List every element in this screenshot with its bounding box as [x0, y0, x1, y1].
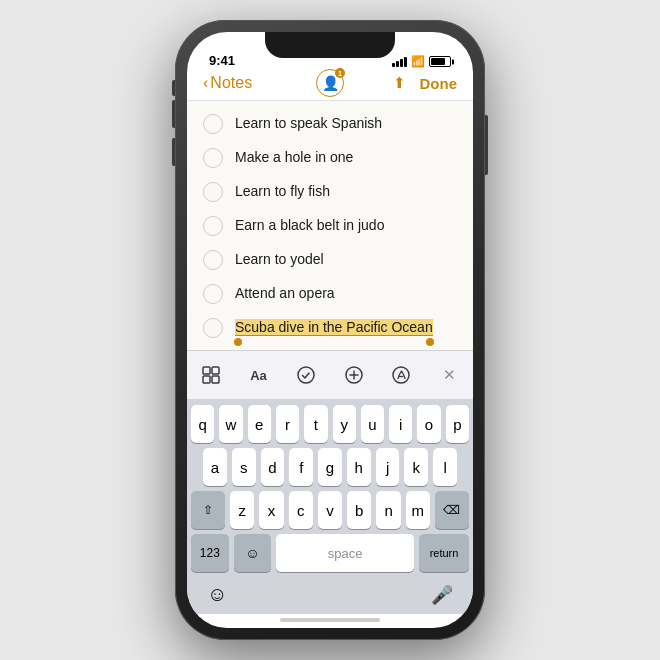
list-item[interactable]: Scuba dive in the Pacific Ocean	[187, 311, 473, 345]
key-k[interactable]: k	[404, 448, 428, 486]
key-b[interactable]: b	[347, 491, 371, 529]
phone-screen: 9:41 📶 ‹ Notes	[187, 32, 473, 628]
space-key[interactable]: space	[276, 534, 414, 572]
key-v[interactable]: v	[318, 491, 342, 529]
keyboard-row-1: q w e r t y u i o p	[191, 405, 469, 443]
note-checkbox[interactable]	[203, 182, 223, 202]
key-f[interactable]: f	[289, 448, 313, 486]
mic-icon[interactable]: 🎤	[431, 584, 453, 606]
markup-button[interactable]	[383, 361, 419, 389]
svg-point-8	[393, 367, 409, 383]
key-i[interactable]: i	[389, 405, 412, 443]
key-l[interactable]: l	[433, 448, 457, 486]
note-text: Learn to speak Spanish	[235, 114, 382, 134]
note-text: Scuba dive in the Pacific Ocean	[235, 319, 433, 336]
chevron-left-icon: ‹	[203, 75, 208, 91]
signal-icon	[392, 57, 407, 67]
font-button[interactable]: Aa	[240, 361, 276, 389]
key-d[interactable]: d	[261, 448, 285, 486]
key-r[interactable]: r	[276, 405, 299, 443]
add-button[interactable]	[336, 361, 372, 389]
svg-point-4	[298, 367, 314, 383]
key-m[interactable]: m	[406, 491, 430, 529]
volume-down-button[interactable]	[172, 138, 175, 166]
nav-actions: ⬆ Done	[393, 74, 458, 92]
phone-frame: 9:41 📶 ‹ Notes	[175, 20, 485, 640]
list-item[interactable]: Make a hole in one	[187, 141, 473, 175]
checklist-button[interactable]	[288, 361, 324, 389]
note-checkbox[interactable]	[203, 148, 223, 168]
power-button[interactable]	[485, 115, 488, 175]
nav-center: 👤 1	[316, 69, 344, 97]
note-text: Learn to yodel	[235, 250, 324, 270]
num-key[interactable]: 123	[191, 534, 229, 572]
done-button[interactable]: Done	[420, 75, 458, 92]
key-g[interactable]: g	[318, 448, 342, 486]
key-e[interactable]: e	[248, 405, 271, 443]
note-checkbox[interactable]	[203, 216, 223, 236]
key-h[interactable]: h	[347, 448, 371, 486]
emoji-icon[interactable]: ☺	[207, 583, 227, 606]
key-t[interactable]: t	[304, 405, 327, 443]
content-area: ‹ Notes 👤 1 ⬆ Done Learn to	[187, 72, 473, 628]
note-checkbox[interactable]	[203, 318, 223, 338]
home-indicator	[280, 618, 380, 622]
key-x[interactable]: x	[259, 491, 283, 529]
note-checkbox[interactable]	[203, 114, 223, 134]
selection-handle-left	[234, 338, 242, 346]
keyboard-bottom-bar: ☺ 🎤	[191, 577, 469, 610]
svg-rect-3	[212, 376, 219, 383]
key-j[interactable]: j	[376, 448, 400, 486]
svg-rect-0	[203, 367, 210, 374]
list-item[interactable]: Earn a black belt in judo	[187, 209, 473, 243]
note-text: Earn a black belt in judo	[235, 216, 384, 236]
key-w[interactable]: w	[219, 405, 242, 443]
list-item[interactable]: Learn to fly fish	[187, 175, 473, 209]
back-label: Notes	[210, 74, 252, 92]
status-icons: 📶	[392, 55, 451, 68]
shift-key[interactable]: ⇧	[191, 491, 225, 529]
keyboard-row-3: ⇧ z x c v b n m ⌫	[191, 491, 469, 529]
key-z[interactable]: z	[230, 491, 254, 529]
profile-icon[interactable]: 👤 1	[316, 69, 344, 97]
svg-rect-2	[203, 376, 210, 383]
emoji-key[interactable]: ☺	[234, 534, 272, 572]
status-time: 9:41	[209, 53, 235, 68]
share-icon[interactable]: ⬆	[393, 74, 406, 92]
close-button[interactable]: ✕	[431, 361, 467, 389]
key-n[interactable]: n	[376, 491, 400, 529]
key-a[interactable]: a	[203, 448, 227, 486]
keyboard-row-2: a s d f g h j k l	[191, 448, 469, 486]
list-item[interactable]: Learn to speak Spanish	[187, 107, 473, 141]
list-item[interactable]: Attend an opera	[187, 277, 473, 311]
battery-fill	[431, 58, 445, 65]
keyboard-row-4: 123 ☺ space return	[191, 534, 469, 572]
keyboard[interactable]: q w e r t y u i o p a s d f g h	[187, 399, 473, 614]
note-checkbox[interactable]	[203, 250, 223, 270]
notch	[265, 32, 395, 58]
delete-key[interactable]: ⌫	[435, 491, 469, 529]
notes-list: Learn to speak SpanishMake a hole in one…	[187, 101, 473, 350]
key-o[interactable]: o	[417, 405, 440, 443]
note-text: Learn to fly fish	[235, 182, 330, 202]
key-y[interactable]: y	[333, 405, 356, 443]
selection-handle-right	[426, 338, 434, 346]
key-u[interactable]: u	[361, 405, 384, 443]
list-item[interactable]: Learn to yodel	[187, 243, 473, 277]
key-p[interactable]: p	[446, 405, 469, 443]
toolbar: Aa	[187, 350, 473, 399]
note-text: Attend an opera	[235, 284, 335, 304]
mute-button[interactable]	[172, 80, 175, 96]
svg-rect-1	[212, 367, 219, 374]
wifi-icon: 📶	[411, 55, 425, 68]
nav-bar: ‹ Notes 👤 1 ⬆ Done	[187, 72, 473, 101]
grid-button[interactable]	[193, 361, 229, 389]
return-key[interactable]: return	[419, 534, 469, 572]
note-text: Make a hole in one	[235, 148, 353, 168]
volume-up-button[interactable]	[172, 100, 175, 128]
key-q[interactable]: q	[191, 405, 214, 443]
note-checkbox[interactable]	[203, 284, 223, 304]
back-button[interactable]: ‹ Notes	[203, 74, 252, 92]
key-c[interactable]: c	[289, 491, 313, 529]
key-s[interactable]: s	[232, 448, 256, 486]
